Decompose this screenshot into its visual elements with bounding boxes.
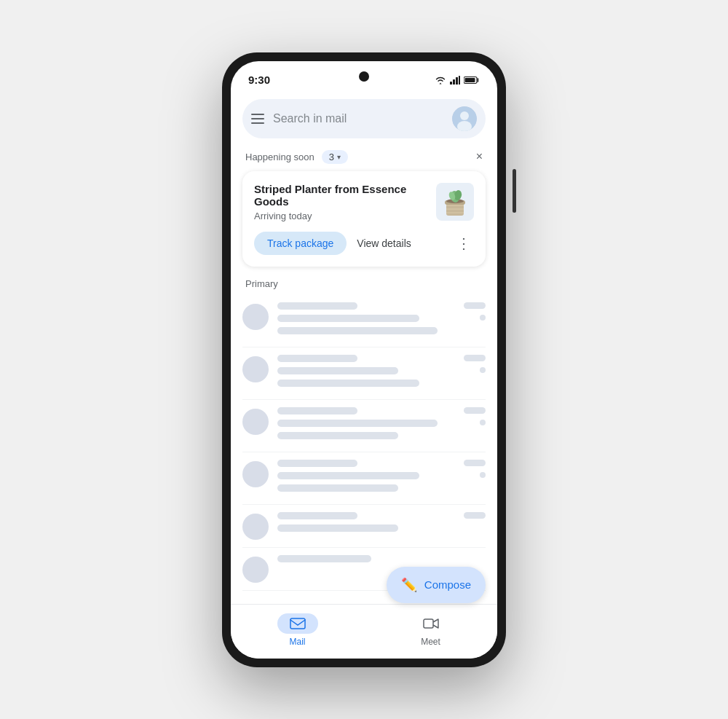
search-placeholder: Search in mail <box>273 112 443 125</box>
email-meta <box>464 407 486 425</box>
email-content <box>277 407 455 444</box>
package-image <box>436 183 474 221</box>
mail-icon <box>290 618 306 629</box>
meet-icon <box>423 618 439 629</box>
email-content <box>277 302 455 339</box>
close-icon[interactable]: × <box>476 150 483 163</box>
view-details-button[interactable]: View details <box>354 232 414 255</box>
avatar[interactable] <box>452 106 477 131</box>
side-button <box>513 169 516 213</box>
status-time: 9:30 <box>248 74 270 86</box>
happening-soon-label: Happening soon <box>245 152 314 162</box>
happening-soon-badge[interactable]: 3 ▾ <box>322 150 348 164</box>
mail-nav-icon-wrap <box>277 613 318 634</box>
battery-icon <box>464 76 480 85</box>
email-list <box>231 295 497 604</box>
email-meta <box>464 302 486 321</box>
meet-nav-icon-wrap <box>411 613 451 634</box>
email-avatar <box>242 557 269 583</box>
compose-fab[interactable]: ✏️ Compose <box>387 567 486 603</box>
badge-count-number: 3 <box>329 152 334 162</box>
meet-nav-label: Meet <box>421 637 440 647</box>
more-options-icon[interactable]: ⋮ <box>454 235 474 252</box>
happening-soon-left: Happening soon 3 ▾ <box>245 150 348 164</box>
email-meta <box>464 512 486 519</box>
email-avatar <box>242 356 269 382</box>
email-meta <box>464 460 486 478</box>
bottom-nav: Mail Meet <box>231 604 497 659</box>
compose-icon: ✏️ <box>401 577 417 593</box>
email-content <box>277 355 455 392</box>
status-icons <box>435 76 480 85</box>
svg-rect-18 <box>290 618 305 629</box>
email-content <box>277 555 486 567</box>
package-actions: Track package View details ⋮ <box>254 232 474 255</box>
chevron-down-icon: ▾ <box>337 153 341 161</box>
email-avatar <box>242 461 269 487</box>
nav-meet[interactable]: Meet <box>364 605 497 659</box>
search-bar-container: Search in mail <box>231 93 497 146</box>
menu-icon[interactable] <box>251 114 264 124</box>
search-bar[interactable]: Search in mail <box>242 99 486 138</box>
package-card-header: Striped Planter from Essence Goods Arriv… <box>254 183 474 221</box>
svg-rect-0 <box>450 82 452 85</box>
svg-rect-19 <box>424 619 433 628</box>
email-row[interactable] <box>242 505 486 548</box>
package-subtitle: Arriving today <box>254 211 436 221</box>
svg-point-7 <box>460 111 469 120</box>
email-content <box>277 460 455 497</box>
compose-label: Compose <box>424 578 471 591</box>
email-meta <box>464 355 486 373</box>
svg-rect-2 <box>456 77 458 85</box>
primary-section-label: Primary <box>231 274 497 295</box>
nav-mail[interactable]: Mail <box>231 605 364 659</box>
email-row[interactable] <box>242 400 486 452</box>
email-avatar <box>242 304 269 330</box>
email-content <box>277 512 455 537</box>
email-row[interactable] <box>242 452 486 505</box>
wifi-icon <box>435 76 446 85</box>
svg-rect-5 <box>465 78 475 82</box>
email-row[interactable] <box>242 347 486 400</box>
email-avatar <box>242 514 269 540</box>
svg-rect-3 <box>459 76 460 85</box>
track-package-button[interactable]: Track package <box>254 232 347 255</box>
mail-nav-label: Mail <box>289 637 305 647</box>
phone-screen: 9:30 <box>231 61 497 659</box>
happening-soon-bar: Happening soon 3 ▾ × <box>231 146 497 168</box>
planter-illustration <box>439 185 471 219</box>
signal-icon <box>450 76 460 85</box>
email-avatar <box>242 409 269 435</box>
svg-rect-1 <box>453 79 455 85</box>
email-row[interactable] <box>242 295 486 347</box>
camera-notch <box>359 71 369 82</box>
package-title: Striped Planter from Essence Goods <box>254 183 436 208</box>
phone-frame: 9:30 <box>222 52 506 667</box>
package-info: Striped Planter from Essence Goods Arriv… <box>254 183 436 221</box>
package-card: Striped Planter from Essence Goods Arriv… <box>242 171 486 267</box>
